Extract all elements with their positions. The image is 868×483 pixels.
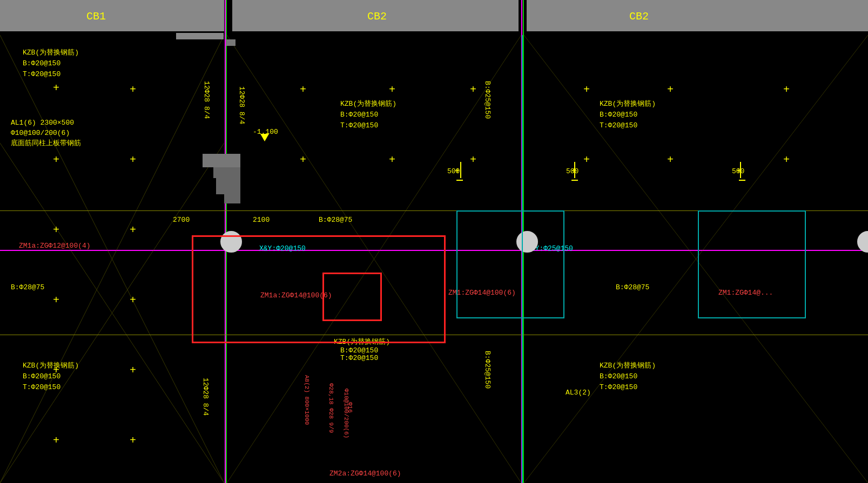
vdim-1 [460, 162, 461, 178]
cross-12: + [130, 434, 136, 447]
al1-group: AL1(6) 2300×500 Φ10@100/200(6) 底面筋同柱上板带钢… [11, 119, 81, 148]
cb2a-label: CB2 [367, 10, 387, 24]
kzb-right-bot: KZB(为替换钢筋) B:Φ20@150 T:Φ20@150 [600, 362, 656, 392]
cyan-rect-1 [456, 210, 564, 318]
cross-22: + [667, 154, 674, 166]
cross-4: + [53, 294, 59, 307]
b-phi28-center: B:Φ28@75 [319, 216, 352, 225]
b-phi28-right: B:Φ28@75 [616, 283, 649, 292]
cross-17: + [470, 84, 476, 96]
gray-step-4 [224, 192, 240, 203]
diag-section-1 [0, 35, 224, 483]
al3: AL3(2) [566, 389, 591, 398]
kzb-center-top: KZB(为替换钢筋) B:Φ20@150 T:Φ20@150 [340, 100, 396, 131]
gray-step-1 [203, 154, 240, 167]
red-selection-rect [192, 235, 446, 343]
kzb-right-top: KZB(为替换钢筋) B:Φ20@150 T:Φ20@150 [600, 100, 656, 131]
arrow-down [260, 134, 269, 141]
cross-18: + [470, 154, 476, 166]
cross-2: + [53, 154, 59, 166]
vline-cyan-1 [522, 35, 523, 483]
cross-15: + [389, 84, 395, 96]
cross-20: + [583, 154, 590, 166]
cross-24: + [783, 154, 790, 166]
cross-3: + [53, 224, 59, 236]
col-header-cb2b [527, 0, 868, 31]
red-inner-rect [322, 273, 382, 321]
kzb-bot-t: T:Φ20@150 [340, 354, 378, 363]
cb2b-label: CB2 [629, 10, 649, 24]
cb1-label: CB1 [86, 10, 106, 24]
tick-3 [739, 180, 745, 181]
vdim-3 [740, 162, 741, 178]
cross-19: + [583, 84, 590, 96]
cross-9: + [130, 224, 136, 236]
cross-21: + [667, 84, 674, 96]
cross-23: + [783, 84, 790, 96]
gray-step-2 [213, 167, 240, 178]
cross-1: + [53, 82, 59, 94]
diag-section-3 [524, 35, 868, 483]
cross-16: + [389, 154, 395, 166]
cad-canvas: CB1 CB2 CB2 [0, 0, 868, 483]
dim-2700: 2700 [173, 216, 190, 225]
cyan-rect-2 [698, 210, 806, 318]
kzb1-group: KZB(为替换钢筋) B:Φ20@150 T:Φ20@150 [23, 49, 79, 79]
kzb2-group: KZB(为替换钢筋) B:Φ20@150 T:Φ20@150 [23, 362, 79, 392]
b-phi28-left: B:Φ28@75 [11, 283, 44, 292]
gray-struct-side [226, 39, 235, 46]
cross-dim-1: + [455, 166, 460, 176]
tick-2 [571, 180, 578, 181]
cross-11: + [130, 364, 136, 377]
cross-6: + [53, 434, 59, 447]
col-header-cb1 [0, 0, 224, 31]
gray-struct-top [176, 33, 224, 39]
cross-13: + [300, 84, 306, 96]
zm2a-bot: ZM2a:ZGΦ14@100(6) [329, 470, 401, 479]
cross-14: + [300, 154, 306, 166]
cross-10: + [130, 294, 136, 307]
cross-5: + [53, 364, 59, 377]
tick-1 [456, 180, 463, 181]
vdim-2 [574, 162, 575, 178]
dim-2100: 2100 [253, 216, 270, 225]
cross-7: + [130, 84, 136, 96]
zm1a-left: ZM1a:ZGΦ12@100(4) [19, 242, 91, 251]
cross-8: + [130, 154, 136, 166]
